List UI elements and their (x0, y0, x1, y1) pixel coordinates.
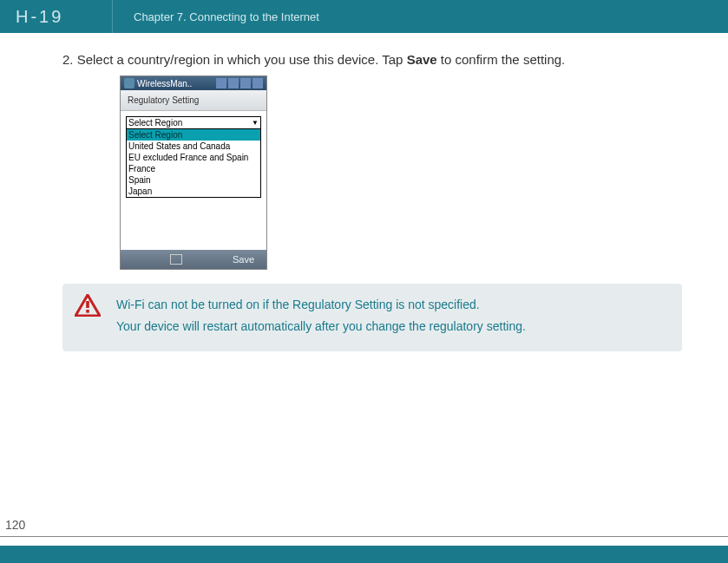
region-option-list: Select Region United States and Canada E… (126, 129, 261, 198)
save-button[interactable]: Save (233, 254, 254, 265)
device-screen-body: Select Region ▼ Select Region United Sta… (121, 111, 266, 250)
app-icon (124, 78, 134, 88)
titlebar-status-icons (216, 78, 263, 88)
note-line-1: Wi-Fi can not be turned on if the Regula… (116, 294, 665, 316)
chapter-title: Chapter 7. Connecting to the Internet (113, 10, 319, 23)
region-option[interactable]: United States and Canada (127, 141, 260, 152)
embedded-device-screenshot: WirelessMan.. Regulatory Setting Select … (120, 75, 267, 270)
footer-divider (0, 536, 728, 537)
step-suffix: to confirm the setting. (437, 52, 566, 67)
status-icon (216, 78, 226, 88)
footer-bar (0, 546, 728, 563)
chevron-down-icon: ▼ (252, 119, 259, 127)
logo-box: H-19 (0, 0, 113, 33)
device-titlebar: WirelessMan.. (121, 76, 266, 90)
device-screen-title: Regulatory Setting (121, 90, 266, 111)
region-select[interactable]: Select Region ▼ (126, 116, 261, 129)
warning-note: Wi-Fi can not be turned on if the Regula… (62, 284, 682, 351)
step-instruction: 2. Select a country/region in which you … (62, 52, 693, 67)
region-option[interactable]: Japan (127, 186, 260, 197)
device-title: WirelessMan.. (137, 79, 192, 88)
note-line-2: Your device will restart automatically a… (116, 316, 665, 337)
region-option[interactable]: France (127, 163, 260, 174)
status-icon (228, 78, 239, 88)
step-prefix: 2. Select a country/region in which you … (62, 52, 407, 67)
device-bottom-bar: Save (121, 250, 266, 269)
warning-icon (75, 294, 101, 317)
status-icon (240, 78, 251, 88)
page-number: 120 (5, 518, 25, 532)
page-header: H-19 Chapter 7. Connecting to the Intern… (0, 0, 728, 33)
status-icon (253, 78, 263, 88)
region-option[interactable]: Select Region (127, 129, 260, 141)
region-option[interactable]: Spain (127, 174, 260, 186)
page-content: 2. Select a country/region in which you … (0, 33, 728, 351)
region-select-label: Select Region (128, 118, 182, 128)
svg-rect-2 (86, 310, 89, 313)
step-bold: Save (407, 52, 437, 67)
region-option[interactable]: EU excluded France and Spain (127, 152, 260, 163)
keyboard-icon[interactable] (170, 254, 182, 265)
logo-text: H-19 (16, 7, 63, 27)
svg-rect-1 (86, 301, 89, 308)
